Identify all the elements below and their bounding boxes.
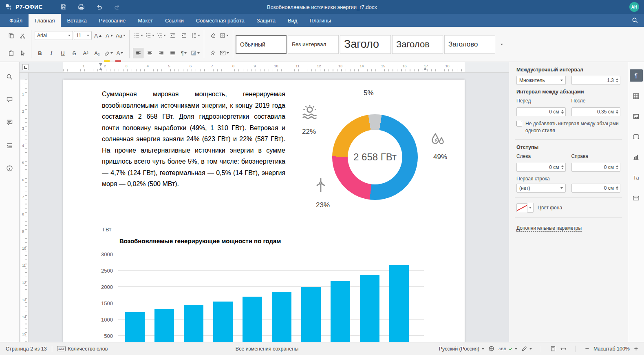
styles-gallery-expand-button[interactable] bbox=[496, 35, 507, 54]
spinner-icon[interactable] bbox=[561, 165, 564, 169]
cut-button[interactable] bbox=[17, 30, 28, 41]
about-button[interactable] bbox=[3, 162, 16, 174]
first-line-indent-marker[interactable] bbox=[99, 63, 102, 66]
first-line-type-select[interactable]: (нет) bbox=[516, 184, 566, 193]
document-paragraph[interactable]: Суммарная мировая мощность, генерируемая… bbox=[102, 89, 285, 190]
borders-button[interactable] bbox=[219, 30, 229, 41]
tab-home[interactable]: Главная bbox=[29, 14, 61, 27]
undo-button[interactable] bbox=[93, 2, 106, 12]
indent-right-input[interactable]: 0 см bbox=[571, 163, 621, 172]
set-language-button[interactable] bbox=[488, 346, 494, 352]
vertical-ruler[interactable]: 123456789101112131415 bbox=[20, 73, 29, 342]
style-normal[interactable]: Обычный bbox=[236, 35, 287, 54]
increase-font-button[interactable]: А bbox=[93, 30, 103, 41]
paragraph-settings-button[interactable]: ¶ bbox=[630, 69, 643, 82]
shape-settings-button[interactable] bbox=[630, 131, 643, 143]
tab-protection[interactable]: Защита bbox=[251, 14, 282, 27]
spacing-after-input[interactable]: 0.35 см bbox=[571, 107, 621, 116]
navigation-button[interactable] bbox=[3, 140, 16, 151]
font-color-button[interactable]: А bbox=[115, 48, 125, 58]
spinner-icon[interactable] bbox=[616, 186, 618, 190]
spinner-icon[interactable] bbox=[616, 110, 618, 114]
nonprinting-chars-button[interactable]: ¶ bbox=[179, 48, 189, 58]
advanced-settings-link[interactable]: Дополнительные параметры bbox=[516, 225, 582, 232]
superscript-button[interactable]: A² bbox=[80, 48, 91, 58]
line-spacing-type-select[interactable]: Множитель bbox=[516, 76, 566, 85]
save-button[interactable] bbox=[57, 2, 71, 12]
paragraph-shading-button[interactable] bbox=[190, 48, 201, 58]
find-button[interactable] bbox=[3, 71, 16, 82]
left-indent-marker[interactable] bbox=[99, 67, 102, 70]
copy-style-button[interactable] bbox=[207, 48, 218, 58]
copy-button[interactable] bbox=[6, 30, 16, 41]
font-name-select[interactable]: Arial bbox=[35, 31, 73, 40]
spinner-icon[interactable] bbox=[616, 165, 618, 169]
print-button[interactable] bbox=[75, 2, 88, 12]
align-center-button[interactable] bbox=[144, 48, 155, 58]
line-spacing-value-input[interactable]: 1.3 bbox=[571, 76, 621, 85]
tab-stop-selector[interactable] bbox=[22, 64, 29, 70]
numbering-button[interactable] bbox=[144, 30, 155, 41]
line-spacing-button[interactable] bbox=[190, 30, 201, 41]
first-line-value-input[interactable]: 0 см bbox=[571, 184, 621, 193]
spacing-before-input[interactable]: 0 см bbox=[516, 107, 566, 116]
style-no-spacing[interactable]: Без интервал bbox=[288, 35, 339, 54]
align-left-button[interactable] bbox=[133, 48, 143, 58]
comments-button[interactable] bbox=[3, 94, 16, 105]
strikeout-button[interactable]: S bbox=[69, 48, 79, 58]
mail-merge-button[interactable] bbox=[219, 48, 229, 58]
search-button[interactable] bbox=[626, 14, 644, 27]
decrease-indent-button[interactable] bbox=[167, 30, 178, 41]
underline-button[interactable]: U bbox=[57, 48, 68, 58]
zoom-indicator[interactable]: Масштаб 100% bbox=[593, 346, 630, 352]
word-count-button[interactable]: 123 Количество слов bbox=[57, 346, 108, 352]
change-case-button[interactable]: Аа bbox=[115, 30, 126, 41]
align-justify-button[interactable] bbox=[167, 48, 178, 58]
textart-settings-button[interactable]: Та bbox=[630, 171, 643, 184]
indent-left-input[interactable]: 0 см bbox=[516, 163, 566, 172]
align-right-button[interactable] bbox=[156, 48, 166, 58]
language-selector[interactable]: Русский (Россия) bbox=[439, 346, 484, 352]
feedback-button[interactable] bbox=[3, 117, 16, 128]
decrease-font-button[interactable]: А bbox=[104, 30, 115, 41]
zoom-in-button[interactable] bbox=[634, 346, 638, 351]
tab-collaboration[interactable]: Совместная работа bbox=[190, 14, 251, 27]
tab-file[interactable]: Файл bbox=[3, 14, 29, 27]
tab-layout[interactable]: Макет bbox=[132, 14, 159, 27]
bold-button[interactable]: B bbox=[35, 48, 45, 58]
style-heading2[interactable]: Заголов bbox=[392, 35, 443, 54]
background-color-picker[interactable] bbox=[516, 203, 534, 213]
italic-button[interactable]: I bbox=[46, 48, 57, 58]
increase-indent-button[interactable] bbox=[179, 30, 189, 41]
redo-button[interactable] bbox=[110, 2, 124, 12]
select-all-button[interactable] bbox=[17, 48, 28, 58]
multilevel-list-button[interactable] bbox=[156, 30, 166, 41]
chart-settings-button[interactable] bbox=[630, 151, 643, 163]
tab-plugins[interactable]: Плагины bbox=[303, 14, 337, 27]
spinner-icon[interactable] bbox=[616, 78, 618, 82]
clear-style-button[interactable] bbox=[207, 30, 218, 41]
track-changes-button[interactable] bbox=[521, 346, 532, 352]
spellcheck-button[interactable]: АБВ bbox=[498, 347, 517, 351]
table-settings-button[interactable] bbox=[630, 90, 643, 102]
avatar[interactable]: АН bbox=[629, 2, 639, 12]
donut-chart[interactable]: 2 658 ГВт 5% 49% 23% 22% bbox=[283, 84, 465, 220]
spinner-icon[interactable] bbox=[561, 110, 564, 114]
highlight-color-button[interactable] bbox=[103, 48, 114, 58]
fit-page-button[interactable] bbox=[550, 346, 556, 352]
document-page[interactable]: Суммарная мировая мощность, генерируемая… bbox=[63, 80, 465, 342]
style-heading1[interactable]: Заголо bbox=[340, 35, 391, 54]
mail-merge-settings-button[interactable] bbox=[630, 192, 643, 204]
tab-draw[interactable]: Рисование bbox=[93, 14, 132, 27]
zoom-out-button[interactable] bbox=[585, 346, 589, 351]
tab-view[interactable]: Вид bbox=[282, 14, 304, 27]
tab-insert[interactable]: Вставка bbox=[61, 14, 93, 27]
font-size-select[interactable]: 11 bbox=[74, 31, 92, 40]
image-settings-button[interactable] bbox=[630, 110, 643, 122]
same-style-spacing-checkbox[interactable] bbox=[516, 121, 522, 126]
page-indicator[interactable]: Страница 2 из 13 bbox=[6, 346, 47, 352]
style-heading3[interactable]: Заголово bbox=[444, 35, 495, 54]
document-area[interactable]: 123456789101112131415161718 123456789101… bbox=[20, 62, 509, 342]
bullets-button[interactable] bbox=[133, 30, 143, 41]
fit-width-button[interactable] bbox=[560, 346, 567, 351]
